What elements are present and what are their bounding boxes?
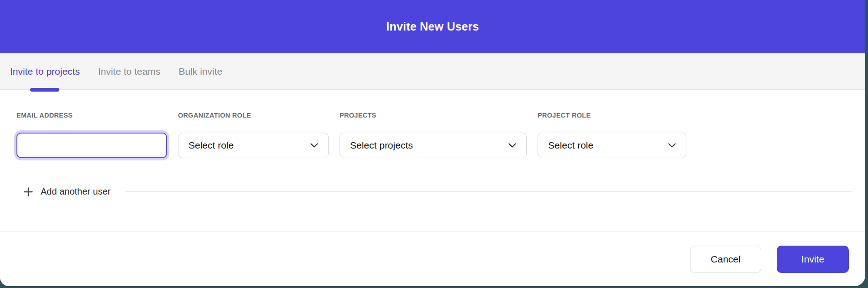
add-another-user-row: Add another user (16, 186, 852, 197)
tab-invite-to-projects[interactable]: Invite to projects (10, 53, 80, 89)
invite-new-users-modal: Invite New Users Invite to projects Invi… (0, 0, 865, 286)
project-role-value: Select role (548, 140, 593, 151)
tab-bar: Invite to projects Invite to teams Bulk … (0, 53, 865, 90)
add-another-user-button[interactable]: Add another user (41, 186, 110, 197)
modal-footer: Cancel Invite (0, 231, 865, 286)
organization-role-value: Select role (188, 140, 234, 151)
chevron-down-icon (508, 143, 516, 148)
divider-line (125, 191, 852, 192)
tab-label: Bulk invite (178, 66, 222, 77)
project-role-label: PROJECT ROLE (538, 112, 686, 119)
organization-role-field-group: ORGANIZATION ROLE Select role (178, 112, 329, 158)
tab-bulk-invite[interactable]: Bulk invite (178, 53, 222, 89)
invite-button[interactable]: Invite (777, 246, 849, 273)
project-role-field-group: PROJECT ROLE Select role (538, 112, 686, 158)
email-field-group: EMAIL ADDRESS (16, 112, 167, 158)
modal-content: EMAIL ADDRESS ORGANIZATION ROLE Select r… (0, 90, 865, 231)
chevron-down-icon (310, 143, 318, 148)
chevron-down-icon (668, 143, 676, 148)
active-tab-indicator (30, 88, 59, 92)
projects-field-group: PROJECTS Select projects (340, 112, 527, 158)
project-role-select[interactable]: Select role (538, 133, 686, 158)
projects-label: PROJECTS (340, 112, 527, 119)
tab-label: Invite to projects (10, 66, 80, 77)
cancel-button[interactable]: Cancel (690, 246, 761, 273)
modal-title: Invite New Users (386, 20, 479, 33)
invite-fields-row: EMAIL ADDRESS ORGANIZATION ROLE Select r… (16, 112, 852, 158)
organization-role-select[interactable]: Select role (178, 133, 329, 158)
projects-value: Select projects (350, 140, 413, 151)
tab-label: Invite to teams (98, 66, 161, 77)
modal-header: Invite New Users (0, 0, 865, 53)
email-address-label: EMAIL ADDRESS (16, 112, 167, 119)
projects-select[interactable]: Select projects (340, 133, 527, 158)
email-address-input[interactable] (16, 133, 167, 158)
plus-icon (24, 187, 33, 196)
tab-invite-to-teams[interactable]: Invite to teams (98, 53, 161, 89)
organization-role-label: ORGANIZATION ROLE (178, 112, 329, 119)
